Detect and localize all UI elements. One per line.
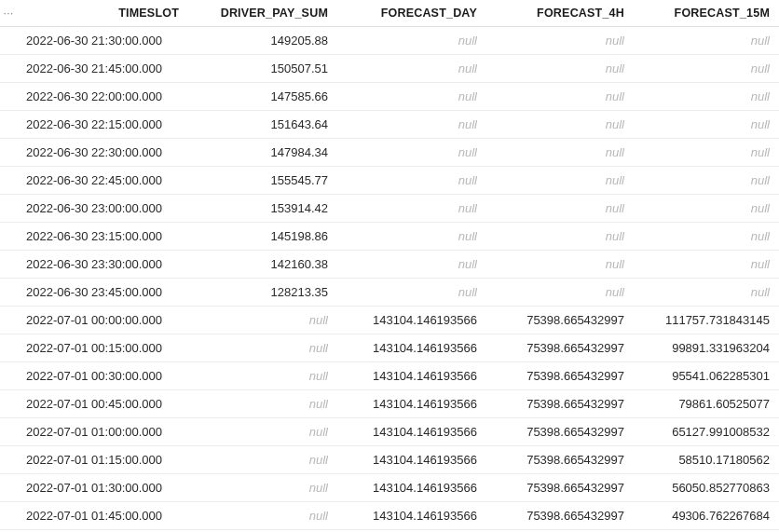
cell-forecast-day: null xyxy=(337,195,486,223)
cell-forecast-15m: null xyxy=(634,167,779,195)
cell-timeslot: 2022-07-01 00:15:00.000 xyxy=(17,334,188,362)
cell-forecast-15m: null xyxy=(634,111,779,139)
cell-driver-pay-sum: 149205.88 xyxy=(188,27,337,55)
cell-forecast-4h: 75398.665432997 xyxy=(486,334,634,362)
cell-driver-pay-sum: 150507.51 xyxy=(188,55,337,83)
cell-driver-pay-sum: 142160.38 xyxy=(188,251,337,279)
cell-forecast-4h: null xyxy=(486,55,634,83)
cell-timeslot: 2022-06-30 21:30:00.000 xyxy=(17,27,188,55)
cell-forecast-4h: null xyxy=(486,195,634,223)
data-table: ··· TIMESLOT DRIVER_PAY_SUM FORECAST_DAY… xyxy=(0,0,779,532)
column-header-forecast-day[interactable]: FORECAST_DAY xyxy=(337,0,486,27)
column-header-forecast-4h[interactable]: FORECAST_4H xyxy=(486,0,634,27)
table-row[interactable]: 2022-07-01 01:00:00.000null143104.146193… xyxy=(0,418,779,446)
table-row[interactable]: 2022-07-01 00:30:00.000null143104.146193… xyxy=(0,362,779,390)
cell-forecast-day: null xyxy=(337,111,486,139)
cell-forecast-4h: null xyxy=(486,223,634,251)
column-header-timeslot[interactable]: TIMESLOT xyxy=(17,0,188,27)
cell-forecast-4h: null xyxy=(486,139,634,167)
cell-forecast-day: null xyxy=(337,55,486,83)
cell-timeslot: 2022-06-30 23:15:00.000 xyxy=(17,223,188,251)
cell-forecast-4h: null xyxy=(486,27,634,55)
cell-forecast-4h: null xyxy=(486,111,634,139)
cell-timeslot: 2022-06-30 22:45:00.000 xyxy=(17,167,188,195)
cell-timeslot: 2022-07-01 00:30:00.000 xyxy=(17,362,188,390)
column-header-driver-pay-sum[interactable]: DRIVER_PAY_SUM xyxy=(188,0,337,27)
cell-forecast-15m: null xyxy=(634,27,779,55)
table-row[interactable]: 2022-07-01 00:15:00.000null143104.146193… xyxy=(0,334,779,362)
cell-timeslot: 2022-07-01 01:15:00.000 xyxy=(17,446,188,474)
cell-forecast-day: null xyxy=(337,139,486,167)
cell-forecast-15m: null xyxy=(634,195,779,223)
table-row[interactable]: 2022-06-30 22:15:00.000151643.64nullnull… xyxy=(0,111,779,139)
table-row[interactable]: 2022-06-30 23:15:00.000145198.86nullnull… xyxy=(0,223,779,251)
table-row[interactable]: 2022-06-30 23:45:00.000128213.35nullnull… xyxy=(0,279,779,307)
cell-forecast-day: 143104.146193566 xyxy=(337,307,486,334)
table-row[interactable]: 2022-06-30 21:45:00.000150507.51nullnull… xyxy=(0,55,779,83)
cell-timeslot: 2022-07-01 00:00:00.000 xyxy=(17,307,188,334)
row-gutter-cell xyxy=(0,27,17,55)
row-gutter-cell xyxy=(0,307,17,334)
cell-driver-pay-sum: null xyxy=(188,502,337,530)
row-gutter-cell xyxy=(0,418,17,446)
cell-forecast-day: 143104.146193566 xyxy=(337,390,486,418)
cell-forecast-4h: 75398.665432997 xyxy=(486,307,634,334)
row-menu-header[interactable]: ··· xyxy=(0,0,17,27)
cell-timeslot: 2022-07-01 01:00:00.000 xyxy=(17,418,188,446)
table-row[interactable]: 2022-06-30 21:30:00.000149205.88nullnull… xyxy=(0,27,779,55)
cell-forecast-day: 143104.146193566 xyxy=(337,418,486,446)
cell-forecast-day: 143104.146193566 xyxy=(337,502,486,530)
cell-forecast-15m: 58510.17180562 xyxy=(634,446,779,474)
table-row[interactable]: 2022-06-30 22:30:00.000147984.34nullnull… xyxy=(0,139,779,167)
cell-forecast-day: 143104.146193566 xyxy=(337,474,486,502)
cell-forecast-15m: 49306.762267684 xyxy=(634,502,779,530)
cell-forecast-4h: 75398.665432997 xyxy=(486,446,634,474)
cell-forecast-4h: null xyxy=(486,251,634,279)
cell-driver-pay-sum: null xyxy=(188,362,337,390)
cell-forecast-15m: 65127.991008532 xyxy=(634,418,779,446)
cell-forecast-day: null xyxy=(337,167,486,195)
cell-forecast-day: 143104.146193566 xyxy=(337,446,486,474)
cell-driver-pay-sum: null xyxy=(188,446,337,474)
cell-driver-pay-sum: 147984.34 xyxy=(188,139,337,167)
table-row[interactable]: 2022-07-01 01:45:00.000null143104.146193… xyxy=(0,502,779,530)
cell-forecast-15m: null xyxy=(634,83,779,111)
cell-driver-pay-sum: 147585.66 xyxy=(188,83,337,111)
cell-forecast-15m: null xyxy=(634,279,779,307)
cell-forecast-15m: null xyxy=(634,139,779,167)
table-row[interactable]: 2022-06-30 23:30:00.000142160.38nullnull… xyxy=(0,251,779,279)
cell-forecast-15m: 56050.852770863 xyxy=(634,474,779,502)
cell-forecast-4h: 75398.665432997 xyxy=(486,362,634,390)
table-body: 2022-06-30 21:30:00.000149205.88nullnull… xyxy=(0,27,779,533)
table-row[interactable]: 2022-07-01 00:00:00.000null143104.146193… xyxy=(0,307,779,334)
row-gutter-cell xyxy=(0,55,17,83)
table-row[interactable]: 2022-07-01 01:30:00.000null143104.146193… xyxy=(0,474,779,502)
cell-forecast-4h: null xyxy=(486,279,634,307)
cell-forecast-day: null xyxy=(337,279,486,307)
header-row: ··· TIMESLOT DRIVER_PAY_SUM FORECAST_DAY… xyxy=(0,0,779,27)
cell-driver-pay-sum: 151643.64 xyxy=(188,111,337,139)
cell-forecast-day: null xyxy=(337,83,486,111)
cell-forecast-4h: 75398.665432997 xyxy=(486,502,634,530)
row-gutter-cell xyxy=(0,502,17,530)
row-gutter-cell xyxy=(0,111,17,139)
cell-driver-pay-sum: 145198.86 xyxy=(188,223,337,251)
table-row[interactable]: 2022-06-30 23:00:00.000153914.42nullnull… xyxy=(0,195,779,223)
cell-driver-pay-sum: 128213.35 xyxy=(188,279,337,307)
data-table-container: ··· TIMESLOT DRIVER_PAY_SUM FORECAST_DAY… xyxy=(0,0,779,532)
table-row[interactable]: 2022-07-01 00:45:00.000null143104.146193… xyxy=(0,390,779,418)
table-row[interactable]: 2022-07-01 01:15:00.000null143104.146193… xyxy=(0,446,779,474)
column-header-forecast-15m[interactable]: FORECAST_15M xyxy=(634,0,779,27)
row-gutter-cell xyxy=(0,390,17,418)
row-gutter-cell xyxy=(0,474,17,502)
cell-timeslot: 2022-06-30 21:45:00.000 xyxy=(17,55,188,83)
cell-forecast-15m: 111757.731843145 xyxy=(634,307,779,334)
row-gutter-cell xyxy=(0,139,17,167)
row-gutter-cell xyxy=(0,362,17,390)
table-row[interactable]: 2022-06-30 22:45:00.000155545.77nullnull… xyxy=(0,167,779,195)
cell-forecast-15m: 95541.062285301 xyxy=(634,362,779,390)
cell-driver-pay-sum: null xyxy=(188,334,337,362)
table-row[interactable]: 2022-06-30 22:00:00.000147585.66nullnull… xyxy=(0,83,779,111)
cell-timeslot: 2022-06-30 22:00:00.000 xyxy=(17,83,188,111)
cell-timeslot: 2022-06-30 23:00:00.000 xyxy=(17,195,188,223)
